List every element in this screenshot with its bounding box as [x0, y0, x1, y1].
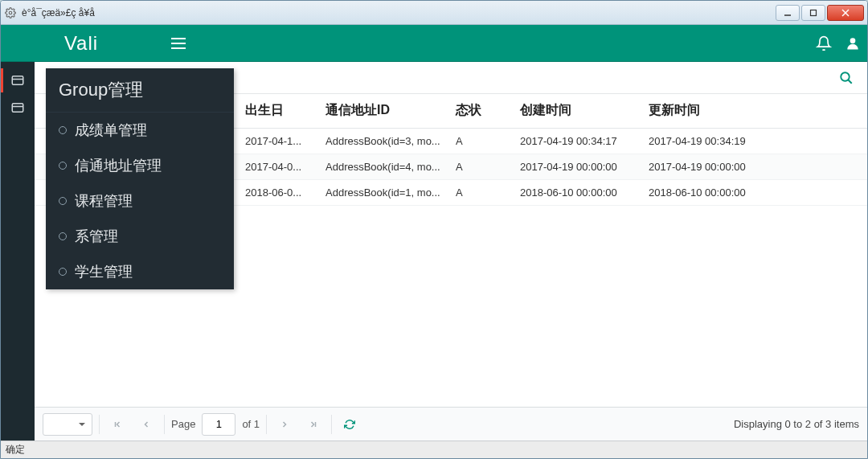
search-icon	[839, 71, 854, 85]
refresh-button[interactable]	[338, 413, 361, 436]
display-info: Displaying 0 to 2 of 3 items	[734, 418, 859, 430]
sidebar	[1, 62, 35, 441]
chevron-left-icon	[141, 420, 151, 429]
cell-updated: 2018-06-10 00:00:00	[642, 179, 867, 205]
cell-updated: 2017-04-19 00:34:19	[642, 128, 867, 154]
cell-created: 2017-04-19 00:00:00	[514, 154, 642, 179]
svg-rect-6	[12, 76, 23, 85]
flyout-item-label: 课程管理	[75, 191, 133, 211]
notifications-button[interactable]	[809, 25, 838, 62]
first-page-button[interactable]	[106, 413, 129, 436]
svg-rect-8	[12, 104, 23, 113]
card-icon	[10, 73, 25, 88]
flyout-item-address[interactable]: 信通地址管理	[46, 148, 234, 183]
flyout-item-student[interactable]: 学生管理	[46, 254, 234, 289]
flyout-title: Group管理	[46, 68, 234, 113]
svg-rect-2	[811, 10, 817, 15]
app-body: Group管理 Group管理 成绩单管理 信通地址管理 课程管理 系管理 学生…	[1, 62, 867, 441]
sidebar-item-group[interactable]	[1, 67, 35, 94]
user-icon	[845, 35, 861, 51]
svg-point-0	[9, 11, 12, 14]
titlebar: è°å¯çæä»£ç å¥å	[1, 1, 867, 25]
cell-addr: AddressBook(id=4, mo...	[319, 154, 449, 179]
prev-page-button[interactable]	[135, 413, 158, 436]
col-header-updated[interactable]: 更新时间	[642, 94, 867, 128]
pagination: Page of 1 Displaying 0 to 2 of 3 items	[35, 407, 867, 441]
chevron-first-icon	[113, 420, 122, 429]
sidebar-flyout: Group管理 成绩单管理 信通地址管理 课程管理 系管理 学生管理	[46, 68, 234, 289]
svg-point-5	[850, 38, 856, 43]
separator	[99, 415, 100, 434]
maximize-button[interactable]	[801, 5, 825, 21]
page-label: Page	[171, 418, 195, 430]
cell-created: 2018-06-10 00:00:00	[514, 179, 642, 205]
page-input[interactable]	[202, 413, 235, 436]
window-title: è°å¯çæä»£ç å¥å	[22, 7, 774, 18]
col-header-state[interactable]: 态状	[449, 94, 514, 128]
brand-label: Vali	[64, 32, 98, 55]
refresh-icon	[344, 419, 355, 430]
circle-icon	[59, 232, 67, 240]
app-header: Vali	[1, 25, 867, 62]
separator	[266, 415, 267, 434]
cell-created: 2017-04-19 00:34:17	[514, 128, 642, 154]
cell-state: A	[449, 179, 514, 205]
next-page-button[interactable]	[273, 413, 296, 436]
page-size-select[interactable]	[43, 413, 92, 436]
flyout-item-transcript[interactable]: 成绩单管理	[46, 113, 234, 148]
col-header-addr[interactable]: 通信地址ID	[319, 94, 449, 128]
flyout-item-course[interactable]: 课程管理	[46, 183, 234, 219]
close-button[interactable]	[827, 5, 864, 21]
svg-point-10	[841, 72, 850, 81]
chevron-right-icon	[280, 420, 289, 429]
card-icon	[10, 100, 25, 115]
cell-addr: AddressBook(id=1, mo...	[319, 179, 449, 205]
cell-updated: 2017-04-19 00:00:00	[642, 154, 867, 179]
sidebar-item-2[interactable]	[1, 94, 35, 121]
chevron-last-icon	[309, 420, 318, 429]
window: è°å¯çæä»£ç å¥å Vali	[0, 0, 868, 459]
circle-icon	[59, 197, 67, 205]
statusbar-text: 确定	[6, 444, 25, 455]
cell-birth: 2018-06-0...	[239, 179, 319, 205]
circle-icon	[59, 268, 67, 276]
brand-box: Vali	[1, 25, 162, 61]
minimize-button[interactable]	[776, 5, 800, 21]
circle-icon	[59, 162, 67, 170]
cell-birth: 2017-04-0...	[239, 154, 319, 179]
cell-state: A	[449, 154, 514, 179]
last-page-button[interactable]	[302, 413, 325, 436]
bell-icon	[816, 35, 832, 51]
col-header-created[interactable]: 创建时间	[514, 94, 642, 128]
cell-addr: AddressBook(id=3, mo...	[319, 128, 449, 154]
flyout-item-label: 系管理	[75, 227, 118, 246]
circle-icon	[59, 126, 67, 134]
col-header-birth[interactable]: 出生日	[239, 94, 319, 128]
menu-toggle-button[interactable]	[162, 25, 195, 62]
page-of-label: of 1	[242, 418, 260, 430]
cell-birth: 2017-04-1...	[239, 128, 319, 154]
flyout-item-label: 信通地址管理	[75, 156, 162, 175]
flyout-item-department[interactable]: 系管理	[46, 219, 234, 254]
statusbar: 确定	[1, 441, 867, 458]
user-button[interactable]	[838, 25, 867, 62]
separator	[164, 415, 165, 434]
svg-line-11	[848, 80, 852, 84]
flyout-item-label: 学生管理	[75, 262, 133, 281]
caret-down-icon	[79, 423, 85, 429]
flyout-item-label: 成绩单管理	[75, 121, 147, 140]
app-gear-icon	[4, 6, 17, 19]
search-button[interactable]	[837, 68, 856, 88]
separator	[331, 415, 332, 434]
window-controls	[774, 5, 864, 21]
cell-state: A	[449, 128, 514, 154]
